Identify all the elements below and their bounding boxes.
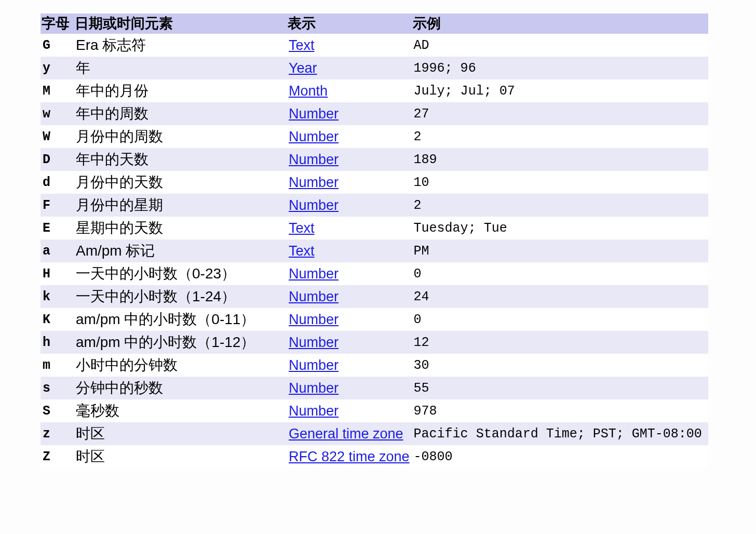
date-format-table: 字母 日期或时间元素 表示 示例 GEra 标志符TextADy年Year199… <box>40 14 708 468</box>
presentation-link[interactable]: RFC 822 time zone <box>289 449 410 464</box>
presentation-link[interactable]: Number <box>289 129 339 144</box>
cell-letter: k <box>40 285 74 308</box>
cell-presentation: General time zone <box>287 422 412 445</box>
cell-example: 2 <box>412 125 708 148</box>
table-row: s分钟中的秒数Number55 <box>40 377 708 399</box>
presentation-link[interactable]: Year <box>289 60 317 76</box>
presentation-link[interactable]: Month <box>289 83 328 99</box>
table-row: H一天中的小时数（0-23）Number0 <box>40 262 708 285</box>
presentation-link[interactable]: Number <box>289 289 339 304</box>
cell-example: Tuesday; Tue <box>412 217 708 239</box>
presentation-link[interactable]: Number <box>289 175 339 190</box>
cell-component: 小时中的分钟数 <box>74 354 287 377</box>
cell-component: 一天中的小时数（0-23） <box>74 262 287 285</box>
cell-component: 年中的周数 <box>74 102 287 125</box>
cell-letter: G <box>40 34 74 57</box>
table-row: D年中的天数Number189 <box>40 148 708 171</box>
cell-example: Pacific Standard Time; PST; GMT-08:00 <box>412 422 708 445</box>
table-row: Kam/pm 中的小时数（0-11）Number0 <box>40 308 708 331</box>
cell-example: 12 <box>412 331 708 354</box>
presentation-link[interactable]: Text <box>289 220 315 236</box>
cell-presentation: Text <box>287 217 412 239</box>
header-letter: 字母 <box>40 14 74 34</box>
table-row: z时区General time zonePacific Standard Tim… <box>40 422 708 445</box>
cell-presentation: Number <box>287 377 412 399</box>
cell-presentation: Month <box>287 79 412 102</box>
presentation-link[interactable]: Text <box>289 37 315 53</box>
header-presentation: 表示 <box>287 14 412 34</box>
table-row: y年Year1996; 96 <box>40 57 708 79</box>
cell-example: 10 <box>412 171 708 194</box>
cell-example: PM <box>412 239 708 262</box>
table-row: W月份中的周数Number2 <box>40 125 708 148</box>
cell-component: 一天中的小时数（1-24） <box>74 285 287 308</box>
presentation-link[interactable]: Number <box>289 380 339 396</box>
cell-letter: E <box>40 217 74 239</box>
cell-component: 年 <box>74 57 287 79</box>
header-example: 示例 <box>412 14 708 34</box>
cell-component: 时区 <box>74 422 287 445</box>
presentation-link[interactable]: Number <box>289 266 339 282</box>
table-row: M年中的月份MonthJuly; Jul; 07 <box>40 79 708 102</box>
cell-letter: H <box>40 262 74 285</box>
cell-component: 星期中的天数 <box>74 217 287 239</box>
cell-letter: h <box>40 331 74 354</box>
cell-presentation: Number <box>287 102 412 125</box>
table-row: GEra 标志符TextAD <box>40 34 708 57</box>
cell-component: 月份中的天数 <box>74 171 287 194</box>
presentation-link[interactable]: Number <box>289 312 339 327</box>
cell-component: Era 标志符 <box>74 34 287 57</box>
cell-presentation: Number <box>287 194 412 217</box>
cell-example: -0800 <box>412 445 708 468</box>
cell-example: 55 <box>412 377 708 399</box>
cell-component: 年中的天数 <box>74 148 287 171</box>
table-row: F月份中的星期Number2 <box>40 194 708 217</box>
cell-letter: m <box>40 354 74 377</box>
cell-presentation: Text <box>287 34 412 57</box>
presentation-link[interactable]: General time zone <box>289 426 403 442</box>
presentation-link[interactable]: Number <box>289 403 339 419</box>
table-row: aAm/pm 标记TextPM <box>40 239 708 262</box>
cell-letter: z <box>40 422 74 445</box>
table-row: w年中的周数Number27 <box>40 102 708 125</box>
cell-letter: S <box>40 399 74 422</box>
presentation-link[interactable]: Text <box>289 243 315 259</box>
cell-presentation: Number <box>287 331 412 354</box>
cell-letter: D <box>40 148 74 171</box>
cell-presentation: Number <box>287 125 412 148</box>
cell-component: am/pm 中的小时数（0-11） <box>74 308 287 331</box>
cell-component: 月份中的周数 <box>74 125 287 148</box>
cell-example: July; Jul; 07 <box>412 79 708 102</box>
cell-letter: K <box>40 308 74 331</box>
cell-letter: s <box>40 377 74 399</box>
table-row: Z时区RFC 822 time zone-0800 <box>40 445 708 468</box>
cell-component: 分钟中的秒数 <box>74 377 287 399</box>
cell-example: AD <box>412 34 708 57</box>
cell-example: 978 <box>412 399 708 422</box>
cell-letter: M <box>40 79 74 102</box>
table-row: ham/pm 中的小时数（1-12）Number12 <box>40 331 708 354</box>
presentation-link[interactable]: Number <box>289 106 339 122</box>
cell-presentation: Number <box>287 354 412 377</box>
presentation-link[interactable]: Number <box>289 357 339 373</box>
cell-example: 1996; 96 <box>412 57 708 79</box>
cell-example: 27 <box>412 102 708 125</box>
presentation-link[interactable]: Number <box>289 197 339 213</box>
presentation-link[interactable]: Number <box>289 335 339 350</box>
table-row: d月份中的天数Number10 <box>40 171 708 194</box>
cell-presentation: Number <box>287 399 412 422</box>
cell-letter: F <box>40 194 74 217</box>
cell-example: 189 <box>412 148 708 171</box>
cell-presentation: Text <box>287 239 412 262</box>
table-row: m小时中的分钟数Number30 <box>40 354 708 377</box>
cell-presentation: Number <box>287 148 412 171</box>
cell-component: 月份中的星期 <box>74 194 287 217</box>
cell-letter: Z <box>40 445 74 468</box>
table-row: E星期中的天数TextTuesday; Tue <box>40 217 708 239</box>
table-header-row: 字母 日期或时间元素 表示 示例 <box>40 14 708 34</box>
cell-letter: y <box>40 57 74 79</box>
presentation-link[interactable]: Number <box>289 152 339 167</box>
cell-letter: w <box>40 102 74 125</box>
cell-component: 年中的月份 <box>74 79 287 102</box>
cell-letter: W <box>40 125 74 148</box>
